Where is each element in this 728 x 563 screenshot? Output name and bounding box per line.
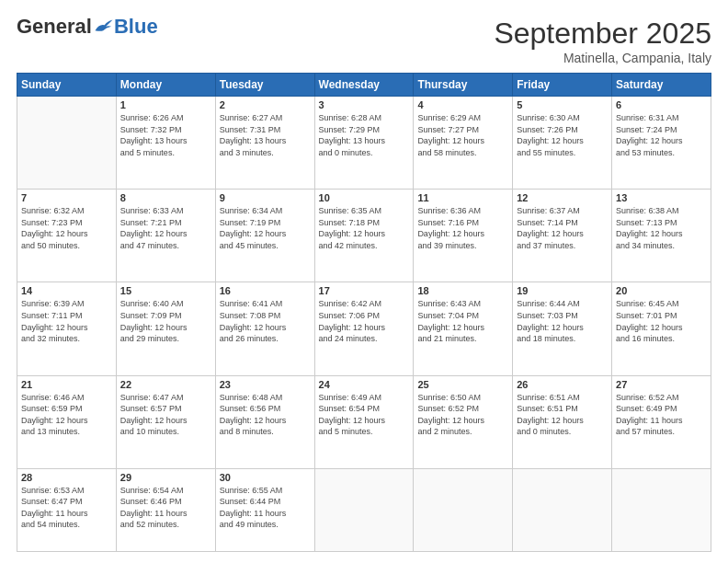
calendar-cell xyxy=(513,468,612,551)
day-info: Sunrise: 6:29 AM Sunset: 7:27 PM Dayligh… xyxy=(417,112,508,158)
day-info: Sunrise: 6:44 AM Sunset: 7:03 PM Dayligh… xyxy=(517,298,608,344)
day-info: Sunrise: 6:43 AM Sunset: 7:04 PM Dayligh… xyxy=(417,298,508,344)
logo-bird-icon xyxy=(94,17,114,34)
day-number: 12 xyxy=(517,192,608,203)
day-info: Sunrise: 6:33 AM Sunset: 7:21 PM Dayligh… xyxy=(120,205,211,251)
day-number: 3 xyxy=(319,99,410,110)
header: General Blue September 2025 Matinella, C… xyxy=(17,17,711,65)
calendar-cell: 2Sunrise: 6:27 AM Sunset: 7:31 PM Daylig… xyxy=(215,97,314,190)
day-number: 11 xyxy=(417,192,508,203)
day-number: 19 xyxy=(517,285,608,296)
day-info: Sunrise: 6:54 AM Sunset: 6:46 PM Dayligh… xyxy=(120,485,211,531)
calendar-cell xyxy=(17,97,117,190)
day-number: 18 xyxy=(417,285,508,296)
day-info: Sunrise: 6:30 AM Sunset: 7:26 PM Dayligh… xyxy=(517,112,608,158)
day-info: Sunrise: 6:34 AM Sunset: 7:19 PM Dayligh… xyxy=(220,205,311,251)
location-subtitle: Matinella, Campania, Italy xyxy=(494,51,711,65)
calendar-cell: 30Sunrise: 6:55 AM Sunset: 6:44 PM Dayli… xyxy=(215,468,314,551)
header-monday: Monday xyxy=(116,74,215,97)
day-number: 30 xyxy=(220,472,311,483)
calendar-cell: 10Sunrise: 6:35 AM Sunset: 7:18 PM Dayli… xyxy=(314,190,414,282)
day-number: 7 xyxy=(21,192,112,203)
day-info: Sunrise: 6:55 AM Sunset: 6:44 PM Dayligh… xyxy=(220,485,311,531)
day-number: 28 xyxy=(21,472,112,483)
calendar-cell: 25Sunrise: 6:50 AM Sunset: 6:52 PM Dayli… xyxy=(414,375,513,468)
day-info: Sunrise: 6:50 AM Sunset: 6:52 PM Dayligh… xyxy=(417,392,508,438)
day-number: 2 xyxy=(220,99,311,110)
day-number: 29 xyxy=(120,472,211,483)
day-number: 26 xyxy=(517,379,608,390)
day-number: 15 xyxy=(120,285,211,296)
calendar-cell: 26Sunrise: 6:51 AM Sunset: 6:51 PM Dayli… xyxy=(513,375,612,468)
day-info: Sunrise: 6:35 AM Sunset: 7:18 PM Dayligh… xyxy=(319,205,410,251)
calendar-cell: 13Sunrise: 6:38 AM Sunset: 7:13 PM Dayli… xyxy=(612,190,711,282)
calendar-cell: 16Sunrise: 6:41 AM Sunset: 7:08 PM Dayli… xyxy=(215,282,314,375)
calendar-cell: 8Sunrise: 6:33 AM Sunset: 7:21 PM Daylig… xyxy=(116,190,215,282)
calendar-cell: 1Sunrise: 6:26 AM Sunset: 7:32 PM Daylig… xyxy=(116,97,215,190)
calendar-cell: 9Sunrise: 6:34 AM Sunset: 7:19 PM Daylig… xyxy=(215,190,314,282)
day-number: 20 xyxy=(616,285,707,296)
calendar-cell: 12Sunrise: 6:37 AM Sunset: 7:14 PM Dayli… xyxy=(513,190,612,282)
calendar-cell: 27Sunrise: 6:52 AM Sunset: 6:49 PM Dayli… xyxy=(612,375,711,468)
day-number: 23 xyxy=(220,379,311,390)
day-number: 17 xyxy=(319,285,410,296)
calendar-cell: 15Sunrise: 6:40 AM Sunset: 7:09 PM Dayli… xyxy=(116,282,215,375)
calendar-cell: 21Sunrise: 6:46 AM Sunset: 6:59 PM Dayli… xyxy=(17,375,117,468)
day-info: Sunrise: 6:39 AM Sunset: 7:11 PM Dayligh… xyxy=(21,298,112,344)
logo: General Blue xyxy=(17,17,158,37)
calendar-cell: 5Sunrise: 6:30 AM Sunset: 7:26 PM Daylig… xyxy=(513,97,612,190)
header-friday: Friday xyxy=(513,74,612,97)
calendar-cell: 11Sunrise: 6:36 AM Sunset: 7:16 PM Dayli… xyxy=(414,190,513,282)
day-number: 8 xyxy=(120,192,211,203)
day-number: 16 xyxy=(220,285,311,296)
day-info: Sunrise: 6:27 AM Sunset: 7:31 PM Dayligh… xyxy=(220,112,311,158)
day-info: Sunrise: 6:36 AM Sunset: 7:16 PM Dayligh… xyxy=(417,205,508,251)
calendar-cell: 19Sunrise: 6:44 AM Sunset: 7:03 PM Dayli… xyxy=(513,282,612,375)
day-number: 24 xyxy=(319,379,410,390)
day-number: 6 xyxy=(616,99,707,110)
day-info: Sunrise: 6:31 AM Sunset: 7:24 PM Dayligh… xyxy=(616,112,707,158)
day-info: Sunrise: 6:52 AM Sunset: 6:49 PM Dayligh… xyxy=(616,392,707,438)
day-number: 21 xyxy=(21,379,112,390)
day-info: Sunrise: 6:46 AM Sunset: 6:59 PM Dayligh… xyxy=(21,392,112,438)
header-wednesday: Wednesday xyxy=(314,74,414,97)
calendar-cell: 22Sunrise: 6:47 AM Sunset: 6:57 PM Dayli… xyxy=(116,375,215,468)
logo-blue-text: Blue xyxy=(114,17,158,37)
calendar-table: Sunday Monday Tuesday Wednesday Thursday… xyxy=(17,73,711,552)
day-info: Sunrise: 6:38 AM Sunset: 7:13 PM Dayligh… xyxy=(616,205,707,251)
day-number: 1 xyxy=(120,99,211,110)
calendar-cell: 20Sunrise: 6:45 AM Sunset: 7:01 PM Dayli… xyxy=(612,282,711,375)
header-tuesday: Tuesday xyxy=(215,74,314,97)
calendar-cell: 23Sunrise: 6:48 AM Sunset: 6:56 PM Dayli… xyxy=(215,375,314,468)
day-info: Sunrise: 6:47 AM Sunset: 6:57 PM Dayligh… xyxy=(120,392,211,438)
calendar-cell: 28Sunrise: 6:53 AM Sunset: 6:47 PM Dayli… xyxy=(17,468,117,551)
day-number: 10 xyxy=(319,192,410,203)
page: General Blue September 2025 Matinella, C… xyxy=(0,0,728,563)
calendar-cell: 14Sunrise: 6:39 AM Sunset: 7:11 PM Dayli… xyxy=(17,282,117,375)
day-info: Sunrise: 6:32 AM Sunset: 7:23 PM Dayligh… xyxy=(21,205,112,251)
calendar-cell xyxy=(314,468,414,551)
calendar-cell: 4Sunrise: 6:29 AM Sunset: 7:27 PM Daylig… xyxy=(414,97,513,190)
day-number: 22 xyxy=(120,379,211,390)
day-info: Sunrise: 6:28 AM Sunset: 7:29 PM Dayligh… xyxy=(319,112,410,158)
day-info: Sunrise: 6:48 AM Sunset: 6:56 PM Dayligh… xyxy=(220,392,311,438)
day-number: 13 xyxy=(616,192,707,203)
day-number: 25 xyxy=(417,379,508,390)
day-info: Sunrise: 6:42 AM Sunset: 7:06 PM Dayligh… xyxy=(319,298,410,344)
calendar-cell xyxy=(612,468,711,551)
calendar-cell: 3Sunrise: 6:28 AM Sunset: 7:29 PM Daylig… xyxy=(314,97,414,190)
day-info: Sunrise: 6:45 AM Sunset: 7:01 PM Dayligh… xyxy=(616,298,707,344)
calendar-cell: 7Sunrise: 6:32 AM Sunset: 7:23 PM Daylig… xyxy=(17,190,117,282)
day-info: Sunrise: 6:40 AM Sunset: 7:09 PM Dayligh… xyxy=(120,298,211,344)
calendar-header-row: Sunday Monday Tuesday Wednesday Thursday… xyxy=(17,74,711,97)
day-info: Sunrise: 6:41 AM Sunset: 7:08 PM Dayligh… xyxy=(220,298,311,344)
calendar-cell: 18Sunrise: 6:43 AM Sunset: 7:04 PM Dayli… xyxy=(414,282,513,375)
day-number: 14 xyxy=(21,285,112,296)
header-saturday: Saturday xyxy=(612,74,711,97)
day-info: Sunrise: 6:51 AM Sunset: 6:51 PM Dayligh… xyxy=(517,392,608,438)
calendar-cell: 17Sunrise: 6:42 AM Sunset: 7:06 PM Dayli… xyxy=(314,282,414,375)
day-info: Sunrise: 6:26 AM Sunset: 7:32 PM Dayligh… xyxy=(120,112,211,158)
calendar-cell: 24Sunrise: 6:49 AM Sunset: 6:54 PM Dayli… xyxy=(314,375,414,468)
day-info: Sunrise: 6:37 AM Sunset: 7:14 PM Dayligh… xyxy=(517,205,608,251)
logo-general-text: General xyxy=(17,17,92,37)
